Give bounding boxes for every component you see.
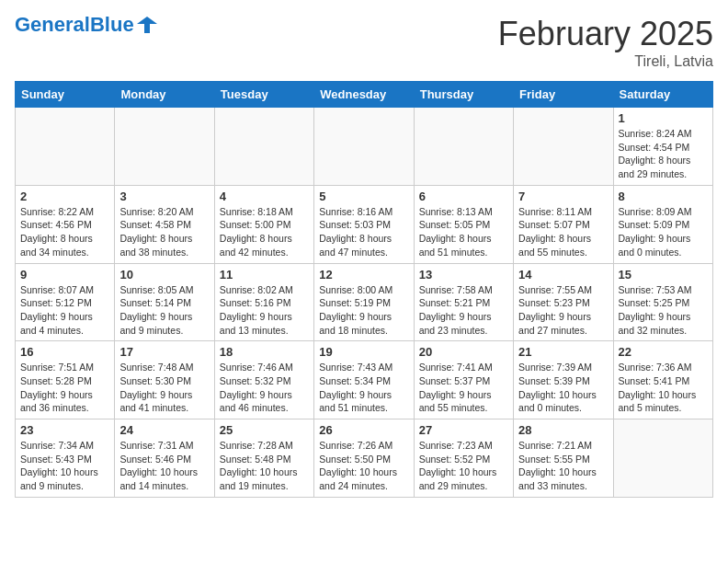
calendar-week-3: 9Sunrise: 8:07 AM Sunset: 5:12 PM Daylig…	[16, 263, 713, 341]
calendar-cell	[16, 108, 115, 186]
calendar-cell: 28Sunrise: 7:21 AM Sunset: 5:55 PM Dayli…	[514, 419, 613, 498]
day-info: Sunrise: 7:58 AM Sunset: 5:21 PM Dayligh…	[419, 283, 508, 338]
calendar-cell: 8Sunrise: 8:09 AM Sunset: 5:09 PM Daylig…	[613, 185, 712, 263]
page-header: GeneralBlue February 2025 Tireli, Latvia	[15, 15, 713, 70]
day-info: Sunrise: 7:21 AM Sunset: 5:55 PM Dayligh…	[518, 439, 608, 493]
day-number: 8	[619, 190, 708, 203]
day-info: Sunrise: 7:41 AM Sunset: 5:37 PM Dayligh…	[419, 361, 508, 415]
day-info: Sunrise: 8:18 AM Sunset: 5:00 PM Dayligh…	[220, 205, 309, 259]
calendar-cell: 13Sunrise: 7:58 AM Sunset: 5:21 PM Dayli…	[414, 263, 513, 341]
day-number: 27	[419, 423, 508, 437]
calendar-cell: 3Sunrise: 8:20 AM Sunset: 4:58 PM Daylig…	[115, 185, 214, 263]
day-info: Sunrise: 8:02 AM Sunset: 5:16 PM Dayligh…	[220, 283, 309, 338]
day-number: 20	[419, 345, 508, 359]
day-number: 2	[20, 190, 109, 203]
calendar-cell	[613, 419, 712, 498]
day-number: 4	[220, 190, 309, 203]
day-number: 28	[518, 423, 608, 437]
day-number: 17	[119, 345, 209, 359]
day-info: Sunrise: 7:23 AM Sunset: 5:52 PM Dayligh…	[419, 439, 508, 493]
calendar-cell: 2Sunrise: 8:22 AM Sunset: 4:56 PM Daylig…	[16, 185, 115, 263]
calendar-cell: 23Sunrise: 7:34 AM Sunset: 5:43 PM Dayli…	[16, 419, 115, 498]
calendar-table: SundayMondayTuesdayWednesdayThursdayFrid…	[15, 81, 713, 498]
day-number: 16	[20, 345, 109, 359]
day-info: Sunrise: 8:05 AM Sunset: 5:14 PM Dayligh…	[119, 283, 209, 338]
day-number: 9	[20, 268, 109, 282]
logo-general: General	[15, 13, 90, 36]
calendar-cell: 11Sunrise: 8:02 AM Sunset: 5:16 PM Dayli…	[214, 263, 313, 341]
logo-text: GeneralBlue	[15, 15, 134, 35]
day-info: Sunrise: 8:16 AM Sunset: 5:03 PM Dayligh…	[319, 205, 408, 259]
day-info: Sunrise: 7:46 AM Sunset: 5:32 PM Dayligh…	[220, 361, 309, 415]
calendar-cell: 25Sunrise: 7:28 AM Sunset: 5:48 PM Dayli…	[214, 419, 313, 498]
title-block: February 2025 Tireli, Latvia	[498, 15, 713, 70]
day-number: 19	[319, 345, 408, 359]
day-info: Sunrise: 8:09 AM Sunset: 5:09 PM Dayligh…	[619, 205, 708, 259]
weekday-header-friday: Friday	[514, 82, 613, 108]
day-info: Sunrise: 7:39 AM Sunset: 5:39 PM Dayligh…	[518, 361, 608, 415]
day-number: 12	[319, 268, 408, 282]
calendar-cell: 5Sunrise: 8:16 AM Sunset: 5:03 PM Daylig…	[314, 185, 414, 263]
calendar-cell	[115, 108, 214, 186]
day-number: 7	[518, 190, 608, 203]
day-number: 13	[419, 268, 508, 282]
day-info: Sunrise: 7:53 AM Sunset: 5:25 PM Dayligh…	[619, 283, 708, 338]
calendar-cell: 26Sunrise: 7:26 AM Sunset: 5:50 PM Dayli…	[314, 419, 414, 498]
day-info: Sunrise: 7:31 AM Sunset: 5:46 PM Dayligh…	[119, 439, 209, 493]
day-info: Sunrise: 8:07 AM Sunset: 5:12 PM Dayligh…	[20, 283, 109, 338]
day-number: 21	[518, 345, 608, 359]
day-number: 6	[419, 190, 508, 203]
calendar-week-1: 1Sunrise: 8:24 AM Sunset: 4:54 PM Daylig…	[16, 108, 713, 186]
day-info: Sunrise: 8:11 AM Sunset: 5:07 PM Dayligh…	[518, 205, 608, 259]
calendar-cell: 9Sunrise: 8:07 AM Sunset: 5:12 PM Daylig…	[16, 263, 115, 341]
calendar-cell: 19Sunrise: 7:43 AM Sunset: 5:34 PM Dayli…	[314, 341, 414, 419]
calendar-cell: 22Sunrise: 7:36 AM Sunset: 5:41 PM Dayli…	[613, 341, 712, 419]
calendar-week-5: 23Sunrise: 7:34 AM Sunset: 5:43 PM Dayli…	[16, 419, 713, 498]
weekday-header-tuesday: Tuesday	[214, 82, 313, 108]
day-info: Sunrise: 7:55 AM Sunset: 5:23 PM Dayligh…	[518, 283, 608, 338]
calendar-cell: 18Sunrise: 7:46 AM Sunset: 5:32 PM Dayli…	[214, 341, 313, 419]
day-number: 1	[619, 111, 708, 125]
day-info: Sunrise: 8:00 AM Sunset: 5:19 PM Dayligh…	[319, 283, 408, 338]
calendar-cell: 21Sunrise: 7:39 AM Sunset: 5:39 PM Dayli…	[514, 341, 613, 419]
calendar-cell: 12Sunrise: 8:00 AM Sunset: 5:19 PM Dayli…	[314, 263, 414, 341]
day-number: 11	[220, 268, 309, 282]
month-title: February 2025	[498, 15, 713, 53]
calendar-cell: 6Sunrise: 8:13 AM Sunset: 5:05 PM Daylig…	[414, 185, 513, 263]
day-number: 25	[220, 423, 309, 437]
calendar-cell	[214, 108, 313, 186]
day-number: 14	[518, 268, 608, 282]
calendar-cell: 14Sunrise: 7:55 AM Sunset: 5:23 PM Dayli…	[514, 263, 613, 341]
day-info: Sunrise: 8:24 AM Sunset: 4:54 PM Dayligh…	[619, 127, 708, 181]
calendar-cell: 17Sunrise: 7:48 AM Sunset: 5:30 PM Dayli…	[115, 341, 214, 419]
day-info: Sunrise: 7:26 AM Sunset: 5:50 PM Dayligh…	[319, 439, 408, 493]
calendar-cell: 16Sunrise: 7:51 AM Sunset: 5:28 PM Dayli…	[16, 341, 115, 419]
day-info: Sunrise: 7:28 AM Sunset: 5:48 PM Dayligh…	[220, 439, 309, 493]
weekday-header-monday: Monday	[115, 82, 214, 108]
day-info: Sunrise: 7:43 AM Sunset: 5:34 PM Dayligh…	[319, 361, 408, 415]
logo: GeneralBlue	[15, 15, 157, 35]
weekday-header-thursday: Thursday	[414, 82, 513, 108]
weekday-header-sunday: Sunday	[16, 82, 115, 108]
day-info: Sunrise: 8:13 AM Sunset: 5:05 PM Dayligh…	[419, 205, 508, 259]
calendar-cell: 1Sunrise: 8:24 AM Sunset: 4:54 PM Daylig…	[613, 108, 712, 186]
day-number: 15	[619, 268, 708, 282]
day-info: Sunrise: 7:34 AM Sunset: 5:43 PM Dayligh…	[20, 439, 109, 493]
calendar-week-2: 2Sunrise: 8:22 AM Sunset: 4:56 PM Daylig…	[16, 185, 713, 263]
day-number: 10	[119, 268, 209, 282]
logo-blue: Blue	[90, 13, 134, 36]
calendar-cell: 15Sunrise: 7:53 AM Sunset: 5:25 PM Dayli…	[613, 263, 712, 341]
location: Tireli, Latvia	[498, 53, 713, 70]
calendar-cell	[514, 108, 613, 186]
calendar-header-row: SundayMondayTuesdayWednesdayThursdayFrid…	[16, 82, 713, 108]
day-info: Sunrise: 7:51 AM Sunset: 5:28 PM Dayligh…	[20, 361, 109, 415]
calendar-cell: 10Sunrise: 8:05 AM Sunset: 5:14 PM Dayli…	[115, 263, 214, 341]
day-info: Sunrise: 7:36 AM Sunset: 5:41 PM Dayligh…	[619, 361, 708, 415]
calendar-cell: 7Sunrise: 8:11 AM Sunset: 5:07 PM Daylig…	[514, 185, 613, 263]
calendar-week-4: 16Sunrise: 7:51 AM Sunset: 5:28 PM Dayli…	[16, 341, 713, 419]
day-number: 3	[119, 190, 209, 203]
weekday-header-wednesday: Wednesday	[314, 82, 414, 108]
day-number: 26	[319, 423, 408, 437]
calendar-cell: 27Sunrise: 7:23 AM Sunset: 5:52 PM Dayli…	[414, 419, 513, 498]
calendar-cell	[314, 108, 414, 186]
